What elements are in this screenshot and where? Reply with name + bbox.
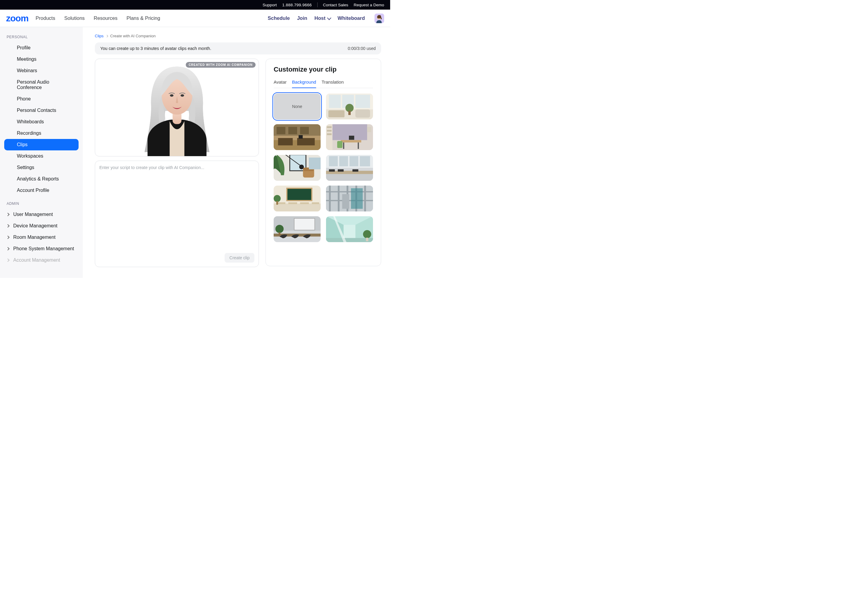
phone-link[interactable]: 1.888.799.9666 <box>282 3 312 7</box>
sidebar-item-meetings[interactable]: Meetings <box>4 53 79 65</box>
user-avatar[interactable] <box>375 14 384 23</box>
customize-tabs: Avatar Background Translation <box>274 78 373 88</box>
nav-host-label: Host <box>315 15 326 21</box>
nav-resources[interactable]: Resources <box>94 15 117 21</box>
svg-rect-30 <box>367 127 372 132</box>
svg-rect-33 <box>358 143 359 149</box>
nav-schedule[interactable]: Schedule <box>268 15 290 21</box>
sidebar-admin-device-management[interactable]: Device Management <box>0 220 83 232</box>
bg-option-classroom[interactable] <box>274 185 321 211</box>
sidebar-item-account-profile[interactable]: Account Profile <box>4 185 79 196</box>
request-demo-link[interactable]: Request a Demo <box>354 3 384 7</box>
bg-option-teal-hallway[interactable] <box>326 216 373 242</box>
svg-rect-61 <box>300 203 309 204</box>
clip-preview: CREATED WITH ZOOM AI COMPANION <box>95 59 259 156</box>
chevron-right-icon <box>6 236 9 239</box>
sidebar-item-workspaces[interactable]: Workspaces <box>4 150 79 162</box>
svg-rect-18 <box>288 127 297 134</box>
svg-rect-12 <box>328 110 345 117</box>
breadcrumb-current: Create with AI Companion <box>110 34 156 38</box>
sidebar-item-settings[interactable]: Settings <box>4 162 79 173</box>
tab-avatar[interactable]: Avatar <box>274 78 287 88</box>
sidebar-item-phone[interactable]: Phone <box>4 93 79 105</box>
svg-rect-62 <box>312 203 319 204</box>
bg-option-open-office[interactable] <box>274 124 321 150</box>
sidebar-item-recordings[interactable]: Recordings <box>4 127 79 139</box>
svg-rect-71 <box>364 185 366 211</box>
sidebar-item-whiteboards[interactable]: Whiteboards <box>4 116 79 127</box>
script-box: Create clip <box>95 160 259 267</box>
svg-rect-23 <box>299 135 303 139</box>
chevron-right-icon <box>6 213 9 216</box>
svg-rect-46 <box>329 156 338 167</box>
chevron-right-icon <box>106 35 108 37</box>
svg-rect-49 <box>360 156 370 167</box>
svg-rect-52 <box>338 169 344 172</box>
svg-rect-26 <box>326 124 333 150</box>
sidebar-item-clips[interactable]: Clips <box>4 139 79 150</box>
contact-sales-link[interactable]: Contact Sales <box>323 3 348 7</box>
svg-rect-48 <box>350 156 358 167</box>
ai-companion-badge: CREATED WITH ZOOM AI COMPANION <box>186 62 255 68</box>
nav-solutions[interactable]: Solutions <box>64 15 85 21</box>
quota-banner: You can create up to 3 minutes of avatar… <box>95 42 381 55</box>
svg-point-81 <box>276 225 284 233</box>
tab-translation[interactable]: Translation <box>322 78 344 88</box>
sidebar-admin-account-management[interactable]: Account Management <box>0 255 83 266</box>
script-input[interactable] <box>99 165 254 253</box>
svg-rect-29 <box>327 133 332 135</box>
chevron-right-icon <box>6 258 9 262</box>
breadcrumb: Clips Create with AI Companion <box>95 34 381 38</box>
svg-rect-72 <box>326 191 373 193</box>
bg-option-sunroom-chair[interactable] <box>274 155 321 181</box>
primary-nav-links: Products Solutions Resources Plans & Pri… <box>36 15 160 21</box>
nav-plans-pricing[interactable]: Plans & Pricing <box>126 15 160 21</box>
sidebar-item-personal-contacts[interactable]: Personal Contacts <box>4 105 79 116</box>
nav-host[interactable]: Host <box>315 15 331 21</box>
bg-option-industrial-warehouse[interactable] <box>326 185 373 211</box>
create-clip-button[interactable]: Create clip <box>225 253 254 262</box>
sidebar-item-webinars[interactable]: Webinars <box>4 65 79 76</box>
nav-products[interactable]: Products <box>36 15 55 21</box>
svg-rect-8 <box>329 95 341 108</box>
logo[interactable]: zoom <box>6 13 28 24</box>
sidebar-admin-room-management[interactable]: Room Management <box>0 232 83 243</box>
nav-join[interactable]: Join <box>297 15 307 21</box>
breadcrumb-clips[interactable]: Clips <box>95 34 104 38</box>
utility-topbar: Support 1.888.799.9666 Contact Sales Req… <box>0 0 390 9</box>
bg-option-living-room[interactable] <box>326 94 373 119</box>
bg-option-boardroom[interactable] <box>274 216 321 242</box>
svg-rect-67 <box>329 185 331 211</box>
sidebar: PERSONAL Profile Meetings Webinars Perso… <box>0 27 83 278</box>
sidebar-item-personal-audio[interactable]: Personal Audio Conference <box>4 76 79 93</box>
svg-point-63 <box>274 195 281 202</box>
svg-rect-21 <box>278 138 293 145</box>
svg-rect-17 <box>277 127 285 134</box>
svg-point-89 <box>363 230 371 238</box>
svg-rect-32 <box>343 143 344 149</box>
svg-rect-10 <box>356 95 370 108</box>
bg-option-studio-desk[interactable] <box>326 124 373 150</box>
svg-rect-54 <box>326 174 373 181</box>
svg-rect-19 <box>300 127 309 134</box>
bg-option-corporate-openplan[interactable] <box>326 155 373 181</box>
sidebar-item-profile[interactable]: Profile <box>4 42 79 53</box>
sidebar-admin-phone-system-management[interactable]: Phone System Management <box>0 243 83 255</box>
nav-whiteboard[interactable]: Whiteboard <box>337 15 365 21</box>
tab-background[interactable]: Background <box>292 78 316 88</box>
svg-rect-64 <box>276 201 278 205</box>
sidebar-item-analytics[interactable]: Analytics & Reports <box>4 173 79 185</box>
svg-rect-34 <box>349 136 354 140</box>
chevron-right-icon <box>6 224 9 227</box>
svg-rect-35 <box>337 141 342 148</box>
svg-point-5 <box>180 94 184 97</box>
svg-rect-56 <box>287 188 312 201</box>
avatar-image <box>129 61 225 156</box>
svg-rect-78 <box>294 218 315 230</box>
customize-panel: Customize your clip Avatar Background Tr… <box>265 59 381 266</box>
bg-option-none[interactable]: None <box>274 94 321 119</box>
svg-rect-58 <box>274 204 321 211</box>
sidebar-admin-user-management[interactable]: User Management <box>0 209 83 220</box>
support-link[interactable]: Support <box>263 3 277 7</box>
quota-used: 0:00/3:00 used <box>348 46 376 51</box>
